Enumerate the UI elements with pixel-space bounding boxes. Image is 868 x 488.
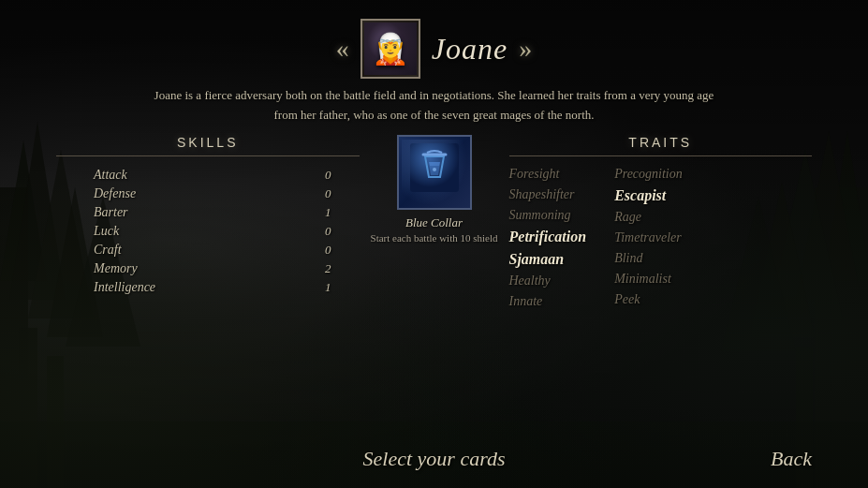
character-header: « 🧝 Joane » bbox=[336, 19, 532, 79]
traits-col1: ForesightShapeshifterSummoningPetrificat… bbox=[509, 166, 587, 310]
trait-item[interactable]: Timetraveler bbox=[614, 229, 683, 246]
traits-section: TRAITS ForesightShapeshifterSummoningPet… bbox=[509, 135, 813, 310]
trait-item[interactable]: Sjamaan bbox=[509, 250, 587, 269]
skill-row: Craft 0 bbox=[56, 241, 360, 259]
select-cards-button[interactable]: Select your cards bbox=[56, 447, 812, 471]
item-name: Blue Collar bbox=[405, 215, 463, 230]
prev-character-button[interactable]: « bbox=[336, 34, 349, 64]
traits-grid: ForesightShapeshifterSummoningPetrificat… bbox=[509, 166, 813, 310]
skill-row: Defense 0 bbox=[56, 185, 360, 203]
skill-name: Craft bbox=[94, 243, 197, 258]
trait-item[interactable]: Minimalist bbox=[614, 271, 683, 288]
portrait-icon: 🧝 bbox=[372, 31, 409, 67]
traits-divider bbox=[509, 155, 813, 156]
skill-name: Intelligence bbox=[94, 280, 197, 295]
item-icon-image bbox=[408, 141, 461, 202]
main-area: SKILLS Attack 0 Defense 0 Barter 1 Luck … bbox=[0, 135, 868, 310]
trait-item[interactable]: Rage bbox=[614, 209, 683, 226]
svg-point-18 bbox=[433, 168, 436, 171]
bottom-bar: Select your cards Back bbox=[0, 447, 868, 471]
item-icon-frame[interactable] bbox=[397, 135, 472, 210]
traits-col2: PrecognitionEscapistRageTimetravelerBlin… bbox=[614, 166, 683, 310]
trait-item[interactable]: Summoning bbox=[509, 207, 587, 224]
skill-row: Intelligence 1 bbox=[56, 278, 360, 297]
skill-value: 1 bbox=[325, 280, 331, 295]
skills-divider bbox=[56, 155, 360, 156]
trait-item[interactable]: Foresight bbox=[509, 166, 587, 183]
skill-name: Barter bbox=[94, 205, 197, 220]
skill-row: Barter 1 bbox=[56, 203, 360, 222]
trait-item[interactable]: Peek bbox=[614, 291, 683, 308]
character-description: Joane is a fierce adversary both on the … bbox=[154, 86, 715, 126]
skill-value: 0 bbox=[325, 243, 331, 258]
skill-name: Defense bbox=[94, 186, 197, 201]
skill-value: 0 bbox=[325, 168, 331, 183]
item-description: Start each battle with 10 shield bbox=[371, 232, 498, 244]
skill-value: 0 bbox=[325, 186, 331, 201]
main-content: « 🧝 Joane » Joane is a fierce adversary … bbox=[0, 0, 868, 488]
traits-title: TRAITS bbox=[509, 135, 813, 150]
skill-value: 2 bbox=[325, 261, 331, 276]
next-character-button[interactable]: » bbox=[519, 34, 532, 64]
skills-section: SKILLS Attack 0 Defense 0 Barter 1 Luck … bbox=[56, 135, 360, 297]
trait-item[interactable]: Innate bbox=[509, 293, 587, 310]
skills-title: SKILLS bbox=[56, 135, 360, 150]
traits-title-area: TRAITS bbox=[509, 135, 813, 156]
character-name: Joane bbox=[432, 32, 508, 67]
trait-item[interactable]: Blind bbox=[614, 250, 683, 267]
skills-list: Attack 0 Defense 0 Barter 1 Luck 0 Craft… bbox=[56, 166, 360, 297]
center-item-section: Blue Collar Start each battle with 10 sh… bbox=[360, 135, 509, 244]
skill-row: Luck 0 bbox=[56, 222, 360, 241]
skill-name: Attack bbox=[94, 168, 197, 183]
trait-item[interactable]: Escapist bbox=[614, 186, 683, 205]
skill-name: Memory bbox=[94, 261, 197, 276]
skill-name: Luck bbox=[94, 224, 197, 239]
trait-item[interactable]: Precognition bbox=[614, 166, 683, 183]
back-button[interactable]: Back bbox=[771, 447, 812, 471]
skill-row: Attack 0 bbox=[56, 166, 360, 185]
skill-value: 0 bbox=[325, 224, 331, 239]
trait-item[interactable]: Shapeshifter bbox=[509, 186, 587, 203]
character-portrait: 🧝 bbox=[360, 19, 420, 79]
skill-value: 1 bbox=[325, 205, 331, 220]
skill-row: Memory 2 bbox=[56, 259, 360, 278]
trait-item[interactable]: Petrification bbox=[509, 228, 587, 246]
trait-item[interactable]: Healthy bbox=[509, 273, 587, 289]
